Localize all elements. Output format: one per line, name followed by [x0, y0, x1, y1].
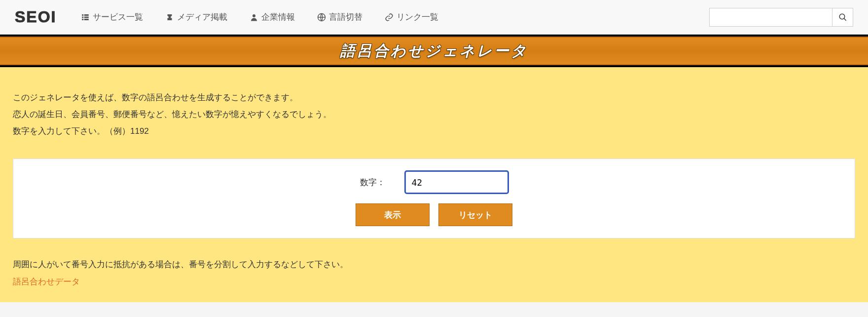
number-label: 数字： — [360, 177, 385, 188]
nav-services[interactable]: サービス一覧 — [81, 11, 143, 23]
svg-rect-3 — [84, 14, 89, 16]
search-button[interactable] — [832, 8, 853, 27]
nav-links[interactable]: リンク一覧 — [385, 11, 438, 23]
svg-point-6 — [253, 14, 255, 17]
svg-rect-4 — [84, 16, 89, 18]
intro-line: 恋人の誕生日、会員番号、郵便番号など、憶えたい数字が憶えやすくなるでしょう。 — [13, 106, 855, 123]
nav-label: 言語切替 — [329, 11, 362, 23]
svg-point-8 — [839, 14, 845, 19]
reset-button[interactable]: リセット — [438, 203, 512, 226]
site-logo[interactable]: SEOI — [15, 8, 56, 26]
search-input[interactable] — [709, 8, 832, 27]
input-card: 数字： 表示 リセット — [13, 158, 855, 238]
globe-icon — [317, 13, 326, 22]
page-title: 語呂合わせジェネレータ — [340, 41, 528, 61]
nav-label: 企業情報 — [261, 11, 295, 23]
intro-text: このジェネレータを使えば、数字の語呂合わせを生成することができます。 恋人の誕生… — [13, 89, 855, 140]
svg-rect-2 — [82, 19, 84, 20]
svg-rect-0 — [82, 14, 84, 16]
nav-label: リンク一覧 — [397, 11, 438, 23]
nav-media[interactable]: メディア掲載 — [165, 11, 227, 23]
nav-label: サービス一覧 — [93, 11, 143, 23]
nav-language[interactable]: 言語切替 — [317, 11, 362, 23]
page-banner: 語呂合わせジェネレータ — [0, 37, 868, 65]
nav-label: メディア掲載 — [177, 11, 227, 23]
svg-rect-1 — [82, 16, 84, 18]
data-link[interactable]: 語呂合わせデータ — [13, 276, 80, 287]
user-icon — [250, 13, 258, 22]
intro-line: 数字を入力して下さい。（例）1192 — [13, 123, 855, 140]
list-icon — [81, 13, 90, 22]
search-icon — [838, 13, 847, 22]
link-icon — [385, 13, 394, 22]
search-wrap — [709, 8, 853, 27]
tower-icon — [165, 13, 174, 22]
svg-rect-5 — [84, 19, 89, 20]
top-nav-bar: SEOI サービス一覧 メディア掲載 企業情報 言語切替 リンク一覧 — [0, 0, 868, 35]
intro-line: このジェネレータを使えば、数字の語呂合わせを生成することができます。 — [13, 89, 855, 106]
footer-note: 周囲に人がいて番号入力に抵抗がある場合は、番号を分割して入力するなどして下さい。 — [13, 256, 855, 273]
main-content: このジェネレータを使えば、数字の語呂合わせを生成することができます。 恋人の誕生… — [0, 67, 868, 302]
nav-company[interactable]: 企業情報 — [250, 11, 295, 23]
submit-button[interactable]: 表示 — [356, 203, 430, 226]
number-input[interactable] — [405, 171, 508, 194]
svg-line-9 — [844, 18, 846, 21]
